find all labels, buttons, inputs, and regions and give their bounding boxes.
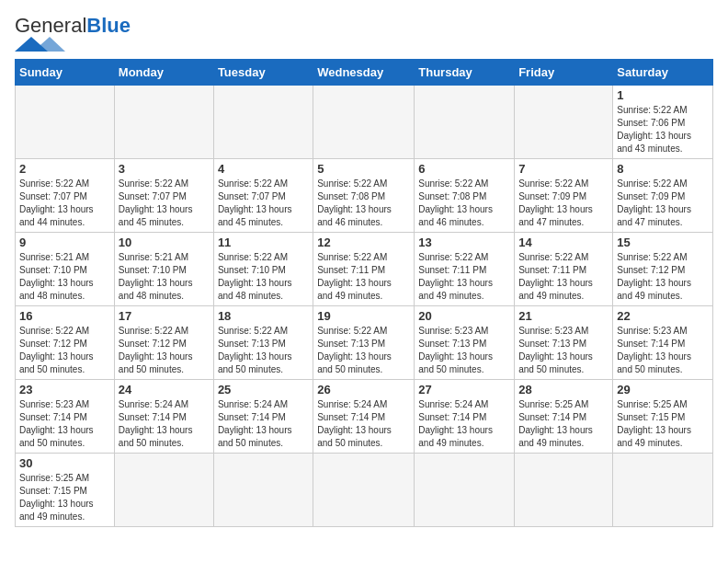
day-number: 23 xyxy=(19,383,110,396)
day-info: Sunrise: 5:22 AM Sunset: 7:07 PM Dayligh… xyxy=(218,178,309,229)
weekday-header-saturday: Saturday xyxy=(613,60,713,86)
day-number: 9 xyxy=(19,236,110,249)
day-number: 15 xyxy=(617,236,709,249)
calendar-cell: 27Sunrise: 5:24 AM Sunset: 7:14 PM Dayli… xyxy=(415,380,515,454)
calendar-cell xyxy=(313,454,415,527)
week-row-4: 16Sunrise: 5:22 AM Sunset: 7:12 PM Dayli… xyxy=(16,306,713,380)
logo: GeneralBlue xyxy=(15,15,131,52)
calendar-cell: 21Sunrise: 5:23 AM Sunset: 7:13 PM Dayli… xyxy=(515,306,613,380)
calendar-cell: 15Sunrise: 5:22 AM Sunset: 7:12 PM Dayli… xyxy=(613,233,713,306)
day-info: Sunrise: 5:22 AM Sunset: 7:11 PM Dayligh… xyxy=(418,251,510,303)
calendar-cell xyxy=(213,86,313,159)
day-info: Sunrise: 5:22 AM Sunset: 7:13 PM Dayligh… xyxy=(317,325,410,376)
calendar-cell: 25Sunrise: 5:24 AM Sunset: 7:14 PM Dayli… xyxy=(213,380,313,454)
day-info: Sunrise: 5:22 AM Sunset: 7:09 PM Dayligh… xyxy=(518,178,609,229)
weekday-header-sunday: Sunday xyxy=(16,60,115,86)
day-number: 6 xyxy=(418,162,510,176)
weekday-header-tuesday: Tuesday xyxy=(213,60,313,86)
day-number: 28 xyxy=(518,383,609,396)
day-number: 16 xyxy=(19,309,110,323)
calendar-cell: 9Sunrise: 5:21 AM Sunset: 7:10 PM Daylig… xyxy=(16,233,115,306)
day-number: 21 xyxy=(518,309,609,323)
day-info: Sunrise: 5:22 AM Sunset: 7:12 PM Dayligh… xyxy=(19,325,110,376)
calendar-cell: 22Sunrise: 5:23 AM Sunset: 7:14 PM Dayli… xyxy=(613,306,713,380)
week-row-6: 30Sunrise: 5:25 AM Sunset: 7:15 PM Dayli… xyxy=(16,454,713,527)
logo-triangle-icon xyxy=(15,37,65,52)
day-number: 20 xyxy=(418,309,510,323)
day-number: 12 xyxy=(317,236,410,249)
day-number: 18 xyxy=(218,309,309,323)
day-number: 14 xyxy=(518,236,609,249)
calendar-cell: 29Sunrise: 5:25 AM Sunset: 7:15 PM Dayli… xyxy=(613,380,713,454)
day-number: 7 xyxy=(518,162,609,176)
day-number: 4 xyxy=(218,162,309,176)
day-number: 5 xyxy=(317,162,410,176)
calendar-cell: 10Sunrise: 5:21 AM Sunset: 7:10 PM Dayli… xyxy=(114,233,213,306)
calendar-cell: 1Sunrise: 5:22 AM Sunset: 7:06 PM Daylig… xyxy=(613,86,713,159)
day-info: Sunrise: 5:22 AM Sunset: 7:11 PM Dayligh… xyxy=(317,251,410,303)
week-row-5: 23Sunrise: 5:23 AM Sunset: 7:14 PM Dayli… xyxy=(16,380,713,454)
day-info: Sunrise: 5:23 AM Sunset: 7:13 PM Dayligh… xyxy=(518,325,609,376)
day-info: Sunrise: 5:23 AM Sunset: 7:14 PM Dayligh… xyxy=(19,398,110,450)
day-info: Sunrise: 5:22 AM Sunset: 7:08 PM Dayligh… xyxy=(418,178,510,229)
calendar-cell xyxy=(114,454,213,527)
week-row-3: 9Sunrise: 5:21 AM Sunset: 7:10 PM Daylig… xyxy=(16,233,713,306)
day-info: Sunrise: 5:24 AM Sunset: 7:14 PM Dayligh… xyxy=(218,398,309,450)
day-info: Sunrise: 5:21 AM Sunset: 7:10 PM Dayligh… xyxy=(119,251,210,303)
day-number: 29 xyxy=(617,383,709,396)
day-number: 25 xyxy=(218,383,309,396)
calendar-cell xyxy=(16,86,115,159)
calendar-cell: 6Sunrise: 5:22 AM Sunset: 7:08 PM Daylig… xyxy=(415,159,515,233)
day-number: 22 xyxy=(617,309,709,323)
header: GeneralBlue xyxy=(15,15,713,52)
day-info: Sunrise: 5:22 AM Sunset: 7:12 PM Dayligh… xyxy=(119,325,210,376)
weekday-header-row: SundayMondayTuesdayWednesdayThursdayFrid… xyxy=(16,60,713,86)
day-info: Sunrise: 5:24 AM Sunset: 7:14 PM Dayligh… xyxy=(317,398,410,450)
calendar-cell xyxy=(515,454,613,527)
calendar-cell: 24Sunrise: 5:24 AM Sunset: 7:14 PM Dayli… xyxy=(114,380,213,454)
calendar-cell: 30Sunrise: 5:25 AM Sunset: 7:15 PM Dayli… xyxy=(16,454,115,527)
logo-blue: Blue xyxy=(86,14,131,37)
day-info: Sunrise: 5:22 AM Sunset: 7:07 PM Dayligh… xyxy=(19,178,110,229)
calendar-cell xyxy=(415,86,515,159)
day-info: Sunrise: 5:23 AM Sunset: 7:13 PM Dayligh… xyxy=(418,325,510,376)
calendar-cell xyxy=(515,86,613,159)
day-info: Sunrise: 5:24 AM Sunset: 7:14 PM Dayligh… xyxy=(119,398,210,450)
weekday-header-monday: Monday xyxy=(114,60,213,86)
weekday-header-thursday: Thursday xyxy=(415,60,515,86)
day-info: Sunrise: 5:22 AM Sunset: 7:07 PM Dayligh… xyxy=(119,178,210,229)
calendar-cell: 4Sunrise: 5:22 AM Sunset: 7:07 PM Daylig… xyxy=(213,159,313,233)
calendar-cell: 23Sunrise: 5:23 AM Sunset: 7:14 PM Dayli… xyxy=(16,380,115,454)
day-info: Sunrise: 5:22 AM Sunset: 7:13 PM Dayligh… xyxy=(218,325,309,376)
day-number: 13 xyxy=(418,236,510,249)
day-number: 11 xyxy=(218,236,309,249)
calendar-cell: 8Sunrise: 5:22 AM Sunset: 7:09 PM Daylig… xyxy=(613,159,713,233)
day-number: 17 xyxy=(119,309,210,323)
calendar-cell: 5Sunrise: 5:22 AM Sunset: 7:08 PM Daylig… xyxy=(313,159,415,233)
day-info: Sunrise: 5:22 AM Sunset: 7:12 PM Dayligh… xyxy=(617,251,709,303)
calendar-table: SundayMondayTuesdayWednesdayThursdayFrid… xyxy=(15,59,713,527)
day-number: 30 xyxy=(19,456,110,470)
day-number: 24 xyxy=(119,383,210,396)
day-number: 19 xyxy=(317,309,410,323)
calendar-cell: 20Sunrise: 5:23 AM Sunset: 7:13 PM Dayli… xyxy=(415,306,515,380)
day-info: Sunrise: 5:22 AM Sunset: 7:11 PM Dayligh… xyxy=(518,251,609,303)
calendar-cell: 16Sunrise: 5:22 AM Sunset: 7:12 PM Dayli… xyxy=(16,306,115,380)
calendar-cell: 14Sunrise: 5:22 AM Sunset: 7:11 PM Dayli… xyxy=(515,233,613,306)
day-info: Sunrise: 5:22 AM Sunset: 7:09 PM Dayligh… xyxy=(617,178,709,229)
calendar-cell: 7Sunrise: 5:22 AM Sunset: 7:09 PM Daylig… xyxy=(515,159,613,233)
day-number: 3 xyxy=(119,162,210,176)
calendar-cell xyxy=(613,454,713,527)
calendar-cell: 17Sunrise: 5:22 AM Sunset: 7:12 PM Dayli… xyxy=(114,306,213,380)
calendar-cell xyxy=(415,454,515,527)
day-info: Sunrise: 5:25 AM Sunset: 7:15 PM Dayligh… xyxy=(19,472,110,523)
day-info: Sunrise: 5:22 AM Sunset: 7:10 PM Dayligh… xyxy=(218,251,309,303)
day-number: 8 xyxy=(617,162,709,176)
day-info: Sunrise: 5:23 AM Sunset: 7:14 PM Dayligh… xyxy=(617,325,709,376)
calendar-cell: 28Sunrise: 5:25 AM Sunset: 7:14 PM Dayli… xyxy=(515,380,613,454)
calendar-cell: 12Sunrise: 5:22 AM Sunset: 7:11 PM Dayli… xyxy=(313,233,415,306)
calendar-cell: 11Sunrise: 5:22 AM Sunset: 7:10 PM Dayli… xyxy=(213,233,313,306)
calendar-cell: 26Sunrise: 5:24 AM Sunset: 7:14 PM Dayli… xyxy=(313,380,415,454)
week-row-2: 2Sunrise: 5:22 AM Sunset: 7:07 PM Daylig… xyxy=(16,159,713,233)
day-number: 10 xyxy=(119,236,210,249)
